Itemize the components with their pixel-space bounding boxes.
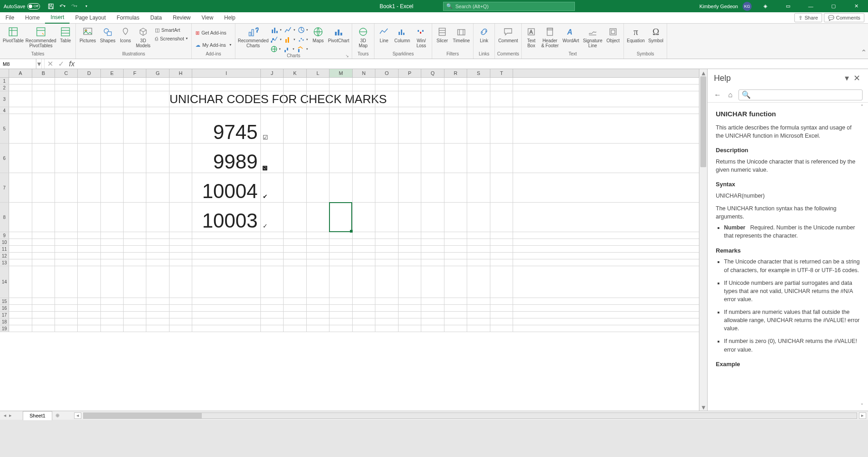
cell-R11[interactable] [444, 246, 467, 253]
row-header-11[interactable]: 11 [0, 246, 9, 252]
col-header-O[interactable]: O [375, 69, 399, 77]
cell-Q8[interactable] [421, 203, 444, 232]
cell-R12[interactable] [444, 253, 467, 259]
cell-O12[interactable] [375, 253, 399, 259]
row-header-17[interactable]: 17 [0, 312, 9, 318]
cell-F1[interactable] [124, 78, 146, 84]
cell-J2[interactable] [261, 84, 284, 91]
grid-rows[interactable]: 123UNICHAR CODES FOR CHECK MARKS459745☑6… [0, 78, 699, 411]
minimize-button[interactable]: — [802, 0, 820, 12]
cell-M9[interactable] [329, 232, 353, 239]
cell-K13[interactable] [284, 259, 307, 266]
cell-C13[interactable] [55, 259, 78, 266]
cell-D4[interactable] [78, 107, 101, 114]
cell-H9[interactable] [170, 232, 192, 239]
qat-customize-icon[interactable]: ▾ [82, 2, 91, 11]
cell-S2[interactable] [467, 84, 490, 91]
cell-K19[interactable] [284, 325, 307, 332]
cell-L7[interactable] [307, 173, 329, 203]
col-header-F[interactable]: F [124, 69, 146, 77]
cell-B2[interactable] [32, 84, 55, 91]
cell-P6[interactable] [399, 144, 421, 173]
cell-F12[interactable] [124, 253, 146, 259]
cell-D3[interactable] [78, 91, 101, 107]
cell-K18[interactable] [284, 318, 307, 325]
cell-S16[interactable] [467, 305, 490, 312]
col-header-I[interactable]: I [192, 69, 261, 77]
hscroll-track[interactable] [83, 412, 857, 419]
cell-C16[interactable] [55, 305, 78, 312]
cell-G19[interactable] [146, 325, 170, 332]
cell-I3[interactable] [192, 91, 261, 107]
cell-E6[interactable] [101, 144, 124, 173]
line-chart-button[interactable]: ▾ [284, 25, 296, 34]
cell-Q4[interactable] [421, 107, 444, 114]
cell-O8[interactable] [375, 203, 399, 232]
cell-P7[interactable] [399, 173, 421, 203]
cell-D8[interactable] [78, 203, 101, 232]
tab-view[interactable]: View [196, 12, 219, 24]
pie-chart-button[interactable]: ▾ [297, 25, 309, 34]
row-header-6[interactable]: 6 [0, 144, 9, 173]
cell-K16[interactable] [284, 305, 307, 312]
vscroll-track[interactable] [699, 76, 707, 403]
help-scroll-down-icon[interactable]: ˅ [861, 402, 866, 410]
cell-H14[interactable] [170, 266, 192, 298]
cell-M19[interactable] [329, 325, 353, 332]
cell-Q13[interactable] [421, 259, 444, 266]
cell-A7[interactable] [9, 173, 32, 203]
cell-G6[interactable] [146, 144, 170, 173]
cell-C8[interactable] [55, 203, 78, 232]
cell-D10[interactable] [78, 239, 101, 246]
cell-P13[interactable] [399, 259, 421, 266]
cell-C14[interactable] [55, 266, 78, 298]
timeline-button[interactable]: Timeline [451, 25, 471, 43]
cell-T12[interactable] [490, 253, 513, 259]
cell-E17[interactable] [101, 312, 124, 318]
col-header-R[interactable]: R [444, 69, 467, 77]
col-header-G[interactable]: G [146, 69, 170, 77]
cell-S3[interactable] [467, 91, 490, 107]
select-all-corner[interactable] [0, 69, 9, 77]
cell-N5[interactable] [353, 114, 375, 144]
cell-N15[interactable] [353, 298, 375, 305]
cell-K6[interactable] [284, 144, 307, 173]
cell-J3[interactable] [261, 91, 284, 107]
cell-P11[interactable] [399, 246, 421, 253]
cell-I11[interactable] [192, 246, 261, 253]
cell-C4[interactable] [55, 107, 78, 114]
tab-help[interactable]: Help [219, 12, 241, 24]
cell-Q5[interactable] [421, 114, 444, 144]
sheet-nav[interactable]: ◂▸ [0, 412, 23, 418]
cell-G5[interactable] [146, 114, 170, 144]
cell-O3[interactable] [375, 91, 399, 107]
pictures-button[interactable]: Pictures [78, 25, 98, 43]
cell-R5[interactable] [444, 114, 467, 144]
cell-L5[interactable] [307, 114, 329, 144]
cell-O10[interactable] [375, 239, 399, 246]
cell-T17[interactable] [490, 312, 513, 318]
cell-K11[interactable] [284, 246, 307, 253]
cell-H4[interactable] [170, 107, 192, 114]
cell-A6[interactable] [9, 144, 32, 173]
cell-G2[interactable] [146, 84, 170, 91]
cell-I19[interactable] [192, 325, 261, 332]
cell-S14[interactable] [467, 266, 490, 298]
row-header-16[interactable]: 16 [0, 305, 9, 311]
cell-S9[interactable] [467, 232, 490, 239]
cell-L15[interactable] [307, 298, 329, 305]
autosave-toggle[interactable]: Off [27, 3, 40, 10]
table-button[interactable]: Table [57, 25, 74, 43]
cell-O19[interactable] [375, 325, 399, 332]
column-chart-button[interactable]: ▾ [270, 25, 283, 34]
cell-M7[interactable] [329, 173, 353, 203]
col-header-J[interactable]: J [261, 69, 284, 77]
recommended-pivot-button[interactable]: Recommended PivotTables [25, 25, 56, 48]
undo-icon[interactable]: ↶▾ [58, 2, 67, 11]
cell-A1[interactable] [9, 78, 32, 84]
cell-D11[interactable] [78, 246, 101, 253]
cell-R19[interactable] [444, 325, 467, 332]
sheet-tab-1[interactable]: Sheet1 [23, 411, 52, 420]
cell-F9[interactable] [124, 232, 146, 239]
cell-H13[interactable] [170, 259, 192, 266]
